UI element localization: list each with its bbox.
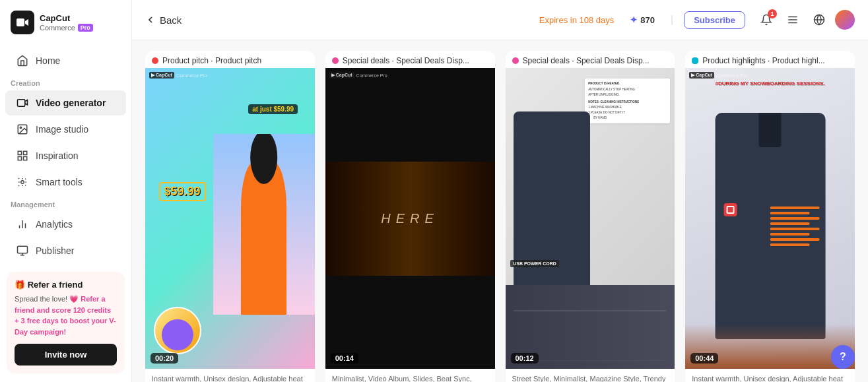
video-card-1[interactable]: Product pitch · Product pitch ▶ CapCut C…: [145, 51, 315, 382]
card-2-duration: 00:14: [331, 353, 358, 364]
management-section-label: Management: [0, 195, 131, 211]
jacket: [715, 113, 825, 338]
sidebar-item-analytics[interactable]: Analytics: [5, 212, 126, 237]
here-text: HERE: [381, 211, 439, 226]
diamond-icon: ✦: [630, 15, 638, 25]
help-button[interactable]: ?: [831, 345, 855, 369]
publisher-icon: [16, 244, 29, 257]
refer-title: 🎁 Refer a friend: [15, 280, 117, 290]
expires-text: Expires in 108 days: [539, 15, 614, 25]
card-1-dot: [152, 57, 158, 64]
card-3-footer: Street Style, Minimalist, Magazine Style…: [506, 369, 675, 382]
price-top: at just $59.99: [248, 104, 298, 114]
sidebar-item-inspiration-label: Inspiration: [36, 150, 79, 161]
header: Back Expires in 108 days ✦ 870 | Subscri…: [132, 0, 868, 40]
svg-rect-1: [18, 100, 25, 107]
sidebar-item-inspiration[interactable]: Inspiration: [5, 143, 126, 168]
sidebar-item-video-generator[interactable]: Video generator: [5, 90, 126, 115]
logo-text: CapCut Commerce Pro: [40, 13, 93, 32]
image-studio-icon: [16, 123, 29, 136]
card-2-footer: Minimalist, Video Album, Slides, Beat Sy…: [325, 369, 495, 382]
sidebar-item-analytics-label: Analytics: [36, 219, 73, 230]
sidebar-item-image-studio[interactable]: Image studio: [5, 117, 126, 142]
card-1-category: Product pitch · Product pitch: [162, 56, 261, 65]
video-grid-container: Product pitch · Product pitch ▶ CapCut C…: [132, 40, 868, 382]
card-1-thumb-bg: ▶ CapCut Commerce Pro at just $59.99 $59…: [145, 68, 315, 369]
svg-rect-7: [24, 157, 27, 160]
card-4-header: Product highlights · Product highl...: [685, 51, 855, 68]
smart-tools-icon: [16, 175, 29, 189]
card-4-thumb-bg: ▶ CapCut Commerce Pro #DURING MY SNOWBOA…: [685, 68, 855, 369]
inspiration-icon: [16, 149, 29, 162]
back-button[interactable]: Back: [145, 15, 182, 26]
subscribe-button[interactable]: Subscribe: [684, 11, 745, 29]
main-content: Back Expires in 108 days ✦ 870 | Subscri…: [132, 0, 868, 382]
card-4-duration: 00:44: [690, 353, 718, 364]
sidebar-item-smart-tools[interactable]: Smart tools: [5, 170, 126, 195]
invite-now-button[interactable]: Invite now: [15, 344, 117, 366]
card-4-thumbnail: ▶ CapCut Commerce Pro #DURING MY SNOWBOA…: [685, 68, 855, 369]
menu-button[interactable]: [782, 9, 803, 30]
sidebar-item-home-label: Home: [36, 55, 60, 66]
refer-emoji: 🎁: [15, 280, 25, 290]
avatar[interactable]: [835, 10, 855, 30]
sidebar-item-video-generator-label: Video generator: [36, 98, 106, 108]
svg-point-8: [21, 181, 24, 184]
app-logo-icon: [11, 11, 34, 34]
logo-subtitle: Commerce Pro: [40, 24, 93, 32]
header-icons: 1: [756, 9, 855, 30]
card-3-header: Special deals · Special Deals Disp...: [506, 51, 675, 68]
card-2-header: Special deals · Special Deals Disp...: [325, 51, 495, 68]
back-chevron-icon: [145, 15, 156, 25]
card-2-thumb-bg: ▶ CapCut Commerce Pro HERE 00:14: [325, 68, 495, 369]
watermark-4: ▶ CapCut Commerce Pro: [689, 72, 747, 79]
video-card-2[interactable]: Special deals · Special Deals Disp... ▶ …: [325, 51, 495, 382]
sidebar-item-publisher[interactable]: Publisher: [5, 238, 126, 263]
price-main: $59.99: [159, 182, 206, 201]
svg-rect-4: [18, 151, 21, 154]
card-4-category: Product highlights · Product highl...: [702, 56, 824, 65]
logo-area: CapCut Commerce Pro: [0, 11, 131, 48]
analytics-icon: [16, 218, 29, 231]
video-grid: Product pitch · Product pitch ▶ CapCut C…: [145, 51, 855, 382]
home-icon: [16, 54, 29, 67]
card-1-duration: 00:20: [150, 353, 178, 364]
video-card-4[interactable]: Product highlights · Product highl... ▶ …: [685, 51, 855, 382]
card-1-header: Product pitch · Product pitch: [145, 51, 315, 68]
logo-sub-text: Commerce: [40, 24, 75, 32]
background-person: [213, 134, 315, 315]
watermark-2: ▶ CapCut Commerce Pro: [329, 72, 387, 79]
video-card-3[interactable]: Special deals · Special Deals Disp... ▶ …: [506, 51, 675, 382]
card-2-dot: [332, 57, 339, 64]
notification-button[interactable]: 1: [756, 9, 777, 30]
svg-rect-6: [18, 157, 21, 160]
refer-highlight: 💗 Refer a friend and score 120 credits +…: [15, 295, 116, 336]
card-3-dot: [512, 57, 519, 64]
svg-rect-12: [18, 246, 28, 253]
credits-value: 870: [640, 15, 655, 25]
card-4-dot: [692, 57, 698, 64]
card-4-title-text: #DURING MY SNOWBOARDING SESSIONS.: [694, 80, 846, 87]
sidebar-item-home[interactable]: Home: [5, 48, 126, 73]
video-generator-icon: [16, 96, 29, 110]
svg-rect-5: [24, 151, 27, 154]
card-3-duration: 00:12: [511, 353, 539, 364]
back-label: Back: [160, 15, 182, 26]
pro-badge: Pro: [78, 24, 93, 32]
card-1-thumbnail: ▶ CapCut Commerce Pro at just $59.99 $59…: [145, 68, 315, 369]
card-3-thumbnail: ▶ CapCut Commerce Pro PRODUCT IS HEATED.…: [506, 68, 675, 369]
creation-section-label: Creation: [0, 74, 131, 90]
svg-rect-0: [17, 18, 24, 26]
watermark-1: ▶ CapCut Commerce Pro: [149, 72, 207, 79]
circle-person: [154, 307, 201, 354]
card-2-thumbnail: ▶ CapCut Commerce Pro HERE 00:14: [325, 68, 495, 369]
logo-title: CapCut: [40, 13, 93, 24]
globe-icon: [813, 14, 825, 26]
credits-button[interactable]: ✦ 870: [624, 12, 660, 28]
language-button[interactable]: [809, 9, 830, 30]
sidebar: CapCut Commerce Pro Home Creation Video …: [0, 0, 132, 382]
card-3-category: Special deals · Special Deals Disp...: [523, 56, 650, 65]
hamburger-icon: [787, 14, 799, 26]
card-3-thumb-bg: ▶ CapCut Commerce Pro PRODUCT IS HEATED.…: [506, 68, 675, 369]
card-4-footer: Instant warmth, Unisex design, Adjustabl…: [685, 369, 855, 382]
